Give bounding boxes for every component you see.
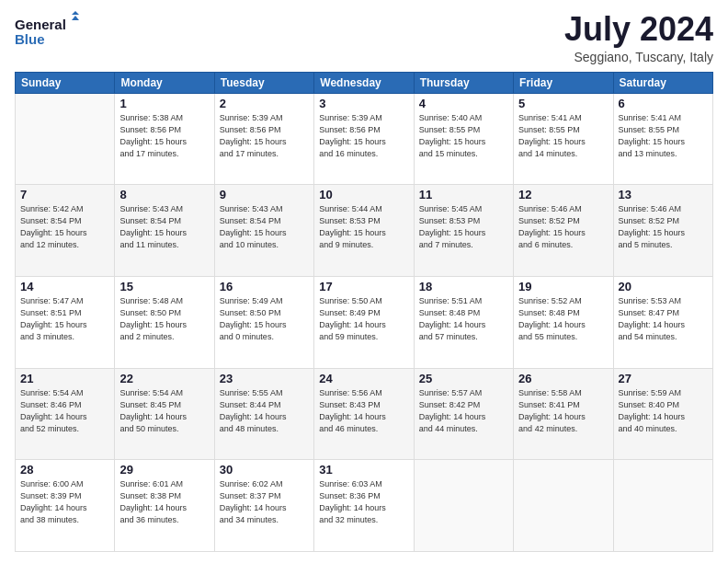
calendar-cell: 19Sunrise: 5:52 AM Sunset: 8:48 PM Dayli…: [514, 276, 613, 368]
day-info: Sunrise: 5:49 AM Sunset: 8:50 PM Dayligh…: [220, 295, 309, 343]
logo: General Blue: [15, 11, 79, 52]
day-number: 9: [220, 188, 309, 201]
calendar-cell: [613, 460, 712, 552]
day-info: Sunrise: 5:53 AM Sunset: 8:47 PM Dayligh…: [619, 295, 708, 343]
day-info: Sunrise: 5:43 AM Sunset: 8:54 PM Dayligh…: [119, 203, 209, 251]
day-info: Sunrise: 5:52 AM Sunset: 8:48 PM Dayligh…: [518, 295, 608, 343]
title-block: July 2024 Seggiano, Tuscany, Italy: [564, 11, 713, 64]
calendar-table: SundayMondayTuesdayWednesdayThursdayFrid…: [15, 72, 713, 552]
calendar-cell: 14Sunrise: 5:47 AM Sunset: 8:51 PM Dayli…: [16, 276, 115, 368]
weekday-sunday: Sunday: [16, 72, 115, 93]
svg-marker-3: [72, 16, 79, 20]
day-info: Sunrise: 5:56 AM Sunset: 8:43 PM Dayligh…: [319, 387, 408, 435]
day-info: Sunrise: 5:50 AM Sunset: 8:49 PM Dayligh…: [319, 295, 408, 343]
calendar-cell: 24Sunrise: 5:56 AM Sunset: 8:43 PM Dayli…: [314, 368, 414, 460]
week-row-1: 1Sunrise: 5:38 AM Sunset: 8:56 PM Daylig…: [16, 93, 713, 185]
day-number: 18: [419, 280, 508, 293]
day-number: 2: [220, 97, 309, 110]
day-number: 5: [518, 97, 608, 110]
day-info: Sunrise: 5:54 AM Sunset: 8:46 PM Dayligh…: [20, 387, 109, 435]
day-number: 12: [518, 188, 608, 201]
calendar-cell: [414, 460, 513, 552]
week-row-5: 28Sunrise: 6:00 AM Sunset: 8:39 PM Dayli…: [16, 460, 713, 552]
day-number: 1: [119, 97, 209, 110]
calendar-cell: 1Sunrise: 5:38 AM Sunset: 8:56 PM Daylig…: [115, 93, 214, 185]
day-info: Sunrise: 6:00 AM Sunset: 8:39 PM Dayligh…: [20, 478, 109, 526]
day-number: 21: [20, 372, 109, 385]
day-info: Sunrise: 5:39 AM Sunset: 8:56 PM Dayligh…: [319, 112, 408, 160]
calendar-cell: 3Sunrise: 5:39 AM Sunset: 8:56 PM Daylig…: [314, 93, 414, 185]
day-info: Sunrise: 6:03 AM Sunset: 8:36 PM Dayligh…: [319, 478, 408, 526]
week-row-3: 14Sunrise: 5:47 AM Sunset: 8:51 PM Dayli…: [16, 276, 713, 368]
day-info: Sunrise: 5:41 AM Sunset: 8:55 PM Dayligh…: [619, 112, 708, 160]
day-number: 10: [319, 188, 408, 201]
calendar-cell: 20Sunrise: 5:53 AM Sunset: 8:47 PM Dayli…: [613, 276, 712, 368]
day-info: Sunrise: 5:39 AM Sunset: 8:56 PM Dayligh…: [220, 112, 309, 160]
calendar-cell: 10Sunrise: 5:44 AM Sunset: 8:53 PM Dayli…: [314, 185, 414, 277]
day-number: 14: [20, 280, 109, 293]
day-number: 17: [319, 280, 408, 293]
day-info: Sunrise: 5:55 AM Sunset: 8:44 PM Dayligh…: [220, 387, 309, 435]
day-number: 16: [220, 280, 309, 293]
day-number: 20: [619, 280, 708, 293]
day-info: Sunrise: 5:40 AM Sunset: 8:55 PM Dayligh…: [419, 112, 508, 160]
day-number: 8: [119, 188, 209, 201]
day-info: Sunrise: 5:38 AM Sunset: 8:56 PM Dayligh…: [119, 112, 209, 160]
calendar-cell: 12Sunrise: 5:46 AM Sunset: 8:52 PM Dayli…: [514, 185, 613, 277]
day-info: Sunrise: 5:59 AM Sunset: 8:40 PM Dayligh…: [619, 387, 708, 435]
week-row-4: 21Sunrise: 5:54 AM Sunset: 8:46 PM Dayli…: [16, 368, 713, 460]
calendar-cell: 31Sunrise: 6:03 AM Sunset: 8:36 PM Dayli…: [314, 460, 414, 552]
day-info: Sunrise: 5:46 AM Sunset: 8:52 PM Dayligh…: [518, 203, 608, 251]
day-info: Sunrise: 5:58 AM Sunset: 8:41 PM Dayligh…: [518, 387, 608, 435]
day-number: 19: [518, 280, 608, 293]
day-info: Sunrise: 5:48 AM Sunset: 8:50 PM Dayligh…: [119, 295, 209, 343]
day-info: Sunrise: 5:45 AM Sunset: 8:53 PM Dayligh…: [419, 203, 508, 251]
day-number: 28: [20, 463, 109, 477]
calendar-cell: 30Sunrise: 6:02 AM Sunset: 8:37 PM Dayli…: [214, 460, 313, 552]
svg-marker-2: [72, 11, 79, 15]
day-number: 30: [220, 463, 309, 477]
weekday-saturday: Saturday: [613, 72, 712, 93]
day-info: Sunrise: 5:57 AM Sunset: 8:42 PM Dayligh…: [419, 387, 508, 435]
day-info: Sunrise: 5:47 AM Sunset: 8:51 PM Dayligh…: [20, 295, 109, 343]
day-number: 22: [119, 372, 209, 385]
day-number: 23: [220, 372, 309, 385]
weekday-monday: Monday: [115, 72, 214, 93]
calendar-cell: [16, 93, 115, 185]
location-subtitle: Seggiano, Tuscany, Italy: [564, 50, 713, 64]
calendar-cell: 26Sunrise: 5:58 AM Sunset: 8:41 PM Dayli…: [514, 368, 613, 460]
day-info: Sunrise: 5:42 AM Sunset: 8:54 PM Dayligh…: [20, 203, 109, 251]
weekday-friday: Friday: [514, 72, 613, 93]
calendar-cell: 27Sunrise: 5:59 AM Sunset: 8:40 PM Dayli…: [613, 368, 712, 460]
svg-text:Blue: Blue: [15, 31, 45, 47]
day-info: Sunrise: 5:44 AM Sunset: 8:53 PM Dayligh…: [319, 203, 408, 251]
calendar-cell: 23Sunrise: 5:55 AM Sunset: 8:44 PM Dayli…: [214, 368, 313, 460]
day-number: 7: [20, 188, 109, 201]
day-number: 4: [419, 97, 508, 110]
day-info: Sunrise: 6:01 AM Sunset: 8:38 PM Dayligh…: [119, 478, 209, 526]
day-number: 29: [119, 463, 209, 477]
day-number: 26: [518, 372, 608, 385]
day-info: Sunrise: 5:51 AM Sunset: 8:48 PM Dayligh…: [419, 295, 508, 343]
weekday-thursday: Thursday: [414, 72, 513, 93]
day-info: Sunrise: 5:41 AM Sunset: 8:55 PM Dayligh…: [518, 112, 608, 160]
day-info: Sunrise: 5:46 AM Sunset: 8:52 PM Dayligh…: [619, 203, 708, 251]
calendar-cell: 18Sunrise: 5:51 AM Sunset: 8:48 PM Dayli…: [414, 276, 513, 368]
day-info: Sunrise: 5:43 AM Sunset: 8:54 PM Dayligh…: [220, 203, 309, 251]
calendar-cell: 6Sunrise: 5:41 AM Sunset: 8:55 PM Daylig…: [613, 93, 712, 185]
calendar-cell: 29Sunrise: 6:01 AM Sunset: 8:38 PM Dayli…: [115, 460, 214, 552]
svg-text:General: General: [15, 17, 66, 32]
calendar-cell: 4Sunrise: 5:40 AM Sunset: 8:55 PM Daylig…: [414, 93, 513, 185]
day-number: 13: [619, 188, 708, 201]
calendar-cell: 13Sunrise: 5:46 AM Sunset: 8:52 PM Dayli…: [613, 185, 712, 277]
calendar-cell: 9Sunrise: 5:43 AM Sunset: 8:54 PM Daylig…: [214, 185, 313, 277]
day-number: 11: [419, 188, 508, 201]
calendar-cell: 16Sunrise: 5:49 AM Sunset: 8:50 PM Dayli…: [214, 276, 313, 368]
calendar-cell: 5Sunrise: 5:41 AM Sunset: 8:55 PM Daylig…: [514, 93, 613, 185]
month-title: July 2024: [564, 11, 713, 48]
weekday-header-row: SundayMondayTuesdayWednesdayThursdayFrid…: [16, 72, 713, 93]
day-number: 3: [319, 97, 408, 110]
day-number: 6: [619, 97, 708, 110]
day-number: 15: [119, 280, 209, 293]
day-info: Sunrise: 6:02 AM Sunset: 8:37 PM Dayligh…: [220, 478, 309, 526]
